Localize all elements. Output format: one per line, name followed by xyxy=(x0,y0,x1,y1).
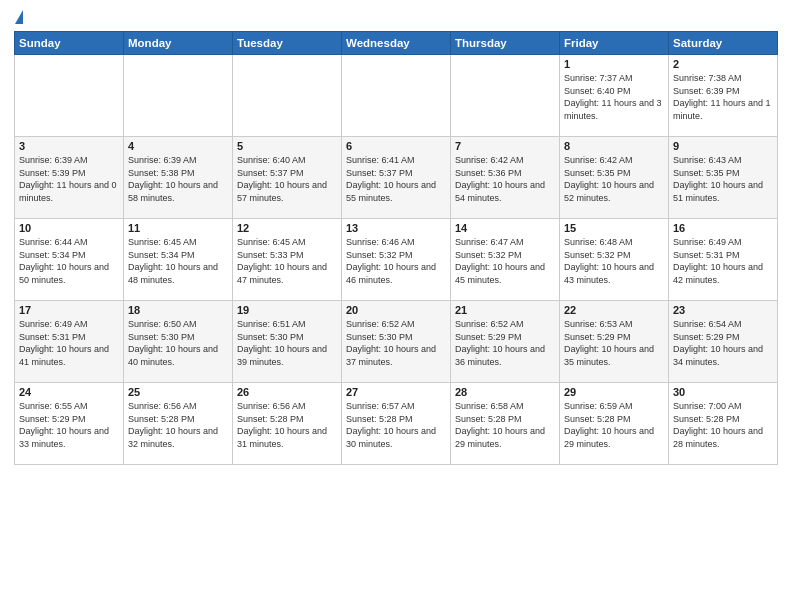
calendar-cell: 22Sunrise: 6:53 AM Sunset: 5:29 PM Dayli… xyxy=(560,301,669,383)
day-info: Sunrise: 7:00 AM Sunset: 5:28 PM Dayligh… xyxy=(673,400,773,450)
calendar-cell xyxy=(15,55,124,137)
day-number: 16 xyxy=(673,222,773,234)
day-info: Sunrise: 6:50 AM Sunset: 5:30 PM Dayligh… xyxy=(128,318,228,368)
day-info: Sunrise: 6:52 AM Sunset: 5:30 PM Dayligh… xyxy=(346,318,446,368)
calendar-cell: 13Sunrise: 6:46 AM Sunset: 5:32 PM Dayli… xyxy=(342,219,451,301)
day-info: Sunrise: 6:47 AM Sunset: 5:32 PM Dayligh… xyxy=(455,236,555,286)
weekday-header-thursday: Thursday xyxy=(451,32,560,55)
calendar-cell: 10Sunrise: 6:44 AM Sunset: 5:34 PM Dayli… xyxy=(15,219,124,301)
day-number: 18 xyxy=(128,304,228,316)
calendar-cell: 9Sunrise: 6:43 AM Sunset: 5:35 PM Daylig… xyxy=(669,137,778,219)
day-number: 28 xyxy=(455,386,555,398)
logo-triangle-icon xyxy=(15,10,23,24)
day-info: Sunrise: 6:49 AM Sunset: 5:31 PM Dayligh… xyxy=(19,318,119,368)
calendar-cell: 30Sunrise: 7:00 AM Sunset: 5:28 PM Dayli… xyxy=(669,383,778,465)
day-info: Sunrise: 6:53 AM Sunset: 5:29 PM Dayligh… xyxy=(564,318,664,368)
calendar-cell: 1Sunrise: 7:37 AM Sunset: 6:40 PM Daylig… xyxy=(560,55,669,137)
day-info: Sunrise: 6:44 AM Sunset: 5:34 PM Dayligh… xyxy=(19,236,119,286)
calendar-cell xyxy=(124,55,233,137)
day-number: 22 xyxy=(564,304,664,316)
day-info: Sunrise: 6:39 AM Sunset: 5:38 PM Dayligh… xyxy=(128,154,228,204)
calendar-cell: 23Sunrise: 6:54 AM Sunset: 5:29 PM Dayli… xyxy=(669,301,778,383)
day-info: Sunrise: 6:51 AM Sunset: 5:30 PM Dayligh… xyxy=(237,318,337,368)
weekday-header-sunday: Sunday xyxy=(15,32,124,55)
day-info: Sunrise: 6:55 AM Sunset: 5:29 PM Dayligh… xyxy=(19,400,119,450)
weekday-header-saturday: Saturday xyxy=(669,32,778,55)
calendar-cell: 28Sunrise: 6:58 AM Sunset: 5:28 PM Dayli… xyxy=(451,383,560,465)
day-info: Sunrise: 6:56 AM Sunset: 5:28 PM Dayligh… xyxy=(128,400,228,450)
day-number: 1 xyxy=(564,58,664,70)
day-number: 7 xyxy=(455,140,555,152)
calendar-cell: 5Sunrise: 6:40 AM Sunset: 5:37 PM Daylig… xyxy=(233,137,342,219)
day-number: 15 xyxy=(564,222,664,234)
week-row-2: 3Sunrise: 6:39 AM Sunset: 5:39 PM Daylig… xyxy=(15,137,778,219)
calendar-body: 1Sunrise: 7:37 AM Sunset: 6:40 PM Daylig… xyxy=(15,55,778,465)
calendar-cell: 11Sunrise: 6:45 AM Sunset: 5:34 PM Dayli… xyxy=(124,219,233,301)
calendar-cell: 17Sunrise: 6:49 AM Sunset: 5:31 PM Dayli… xyxy=(15,301,124,383)
day-number: 14 xyxy=(455,222,555,234)
calendar-cell: 12Sunrise: 6:45 AM Sunset: 5:33 PM Dayli… xyxy=(233,219,342,301)
day-info: Sunrise: 6:52 AM Sunset: 5:29 PM Dayligh… xyxy=(455,318,555,368)
calendar-cell: 15Sunrise: 6:48 AM Sunset: 5:32 PM Dayli… xyxy=(560,219,669,301)
header xyxy=(14,10,778,25)
day-info: Sunrise: 6:49 AM Sunset: 5:31 PM Dayligh… xyxy=(673,236,773,286)
day-info: Sunrise: 6:48 AM Sunset: 5:32 PM Dayligh… xyxy=(564,236,664,286)
calendar-cell: 19Sunrise: 6:51 AM Sunset: 5:30 PM Dayli… xyxy=(233,301,342,383)
day-number: 25 xyxy=(128,386,228,398)
day-info: Sunrise: 6:54 AM Sunset: 5:29 PM Dayligh… xyxy=(673,318,773,368)
calendar-cell: 29Sunrise: 6:59 AM Sunset: 5:28 PM Dayli… xyxy=(560,383,669,465)
calendar-cell: 25Sunrise: 6:56 AM Sunset: 5:28 PM Dayli… xyxy=(124,383,233,465)
day-info: Sunrise: 6:45 AM Sunset: 5:33 PM Dayligh… xyxy=(237,236,337,286)
calendar-cell: 3Sunrise: 6:39 AM Sunset: 5:39 PM Daylig… xyxy=(15,137,124,219)
calendar-cell: 24Sunrise: 6:55 AM Sunset: 5:29 PM Dayli… xyxy=(15,383,124,465)
calendar-cell xyxy=(233,55,342,137)
weekday-header-friday: Friday xyxy=(560,32,669,55)
day-number: 20 xyxy=(346,304,446,316)
day-number: 2 xyxy=(673,58,773,70)
week-row-1: 1Sunrise: 7:37 AM Sunset: 6:40 PM Daylig… xyxy=(15,55,778,137)
day-info: Sunrise: 7:38 AM Sunset: 6:39 PM Dayligh… xyxy=(673,72,773,122)
day-number: 21 xyxy=(455,304,555,316)
day-info: Sunrise: 6:57 AM Sunset: 5:28 PM Dayligh… xyxy=(346,400,446,450)
calendar-cell xyxy=(342,55,451,137)
calendar-cell: 4Sunrise: 6:39 AM Sunset: 5:38 PM Daylig… xyxy=(124,137,233,219)
day-info: Sunrise: 6:45 AM Sunset: 5:34 PM Dayligh… xyxy=(128,236,228,286)
day-number: 9 xyxy=(673,140,773,152)
day-info: Sunrise: 7:37 AM Sunset: 6:40 PM Dayligh… xyxy=(564,72,664,122)
calendar-cell xyxy=(451,55,560,137)
weekday-row: SundayMondayTuesdayWednesdayThursdayFrid… xyxy=(15,32,778,55)
day-number: 8 xyxy=(564,140,664,152)
day-number: 26 xyxy=(237,386,337,398)
day-number: 24 xyxy=(19,386,119,398)
calendar-cell: 27Sunrise: 6:57 AM Sunset: 5:28 PM Dayli… xyxy=(342,383,451,465)
day-info: Sunrise: 6:46 AM Sunset: 5:32 PM Dayligh… xyxy=(346,236,446,286)
calendar-cell: 26Sunrise: 6:56 AM Sunset: 5:28 PM Dayli… xyxy=(233,383,342,465)
weekday-header-tuesday: Tuesday xyxy=(233,32,342,55)
calendar-header: SundayMondayTuesdayWednesdayThursdayFrid… xyxy=(15,32,778,55)
calendar-cell: 20Sunrise: 6:52 AM Sunset: 5:30 PM Dayli… xyxy=(342,301,451,383)
calendar-cell: 6Sunrise: 6:41 AM Sunset: 5:37 PM Daylig… xyxy=(342,137,451,219)
day-number: 30 xyxy=(673,386,773,398)
weekday-header-monday: Monday xyxy=(124,32,233,55)
calendar-cell: 2Sunrise: 7:38 AM Sunset: 6:39 PM Daylig… xyxy=(669,55,778,137)
calendar-cell: 14Sunrise: 6:47 AM Sunset: 5:32 PM Dayli… xyxy=(451,219,560,301)
day-info: Sunrise: 6:41 AM Sunset: 5:37 PM Dayligh… xyxy=(346,154,446,204)
day-number: 3 xyxy=(19,140,119,152)
logo xyxy=(14,10,23,25)
calendar-table: SundayMondayTuesdayWednesdayThursdayFrid… xyxy=(14,31,778,465)
day-number: 6 xyxy=(346,140,446,152)
day-number: 13 xyxy=(346,222,446,234)
day-info: Sunrise: 6:56 AM Sunset: 5:28 PM Dayligh… xyxy=(237,400,337,450)
calendar-cell: 7Sunrise: 6:42 AM Sunset: 5:36 PM Daylig… xyxy=(451,137,560,219)
day-info: Sunrise: 6:43 AM Sunset: 5:35 PM Dayligh… xyxy=(673,154,773,204)
day-number: 12 xyxy=(237,222,337,234)
day-info: Sunrise: 6:42 AM Sunset: 5:36 PM Dayligh… xyxy=(455,154,555,204)
day-number: 29 xyxy=(564,386,664,398)
day-info: Sunrise: 6:58 AM Sunset: 5:28 PM Dayligh… xyxy=(455,400,555,450)
calendar-cell: 8Sunrise: 6:42 AM Sunset: 5:35 PM Daylig… xyxy=(560,137,669,219)
calendar-page: SundayMondayTuesdayWednesdayThursdayFrid… xyxy=(0,0,792,612)
day-info: Sunrise: 6:40 AM Sunset: 5:37 PM Dayligh… xyxy=(237,154,337,204)
day-number: 5 xyxy=(237,140,337,152)
calendar-cell: 16Sunrise: 6:49 AM Sunset: 5:31 PM Dayli… xyxy=(669,219,778,301)
day-number: 27 xyxy=(346,386,446,398)
